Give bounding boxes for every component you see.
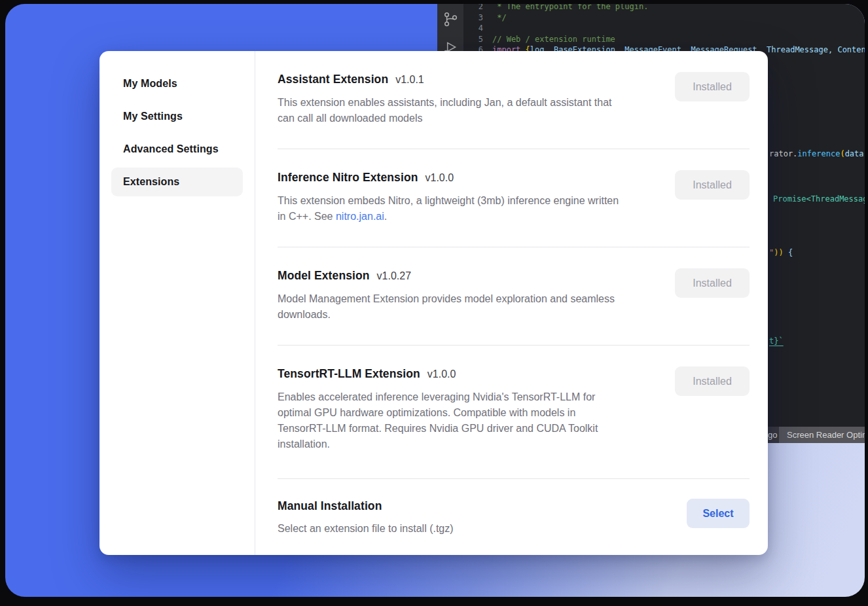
installed-button[interactable]: Installed <box>675 72 750 101</box>
extension-name: Manual Installation <box>278 497 382 514</box>
installed-button[interactable]: Installed <box>675 170 750 200</box>
extension-description: This extension enables assistants, inclu… <box>278 95 621 126</box>
extension-info: Model Extension v1.0.27 Model Management… <box>278 267 621 323</box>
installed-button[interactable]: Installed <box>675 268 750 298</box>
extension-description: Model Management Extension provides mode… <box>278 291 621 323</box>
code-fragment-brace: ")) { <box>769 248 793 257</box>
description-text: This extension embeds Nitro, a lightweig… <box>278 195 619 222</box>
code-text: */ <box>492 12 507 24</box>
extension-name: Inference Nitro Extension <box>278 169 418 186</box>
code-text: // Web / extension runtime <box>492 34 615 45</box>
select-file-button[interactable]: Select <box>687 499 750 528</box>
code-line: 2 * The entrypoint for the plugin. <box>463 4 865 12</box>
sidebar-item-advanced-settings[interactable]: Advanced Settings <box>111 135 243 164</box>
sidebar-item-my-settings[interactable]: My Settings <box>111 102 243 131</box>
extension-version: v1.0.27 <box>377 268 411 285</box>
code-fragment-template-end: t}` <box>769 336 784 346</box>
source-control-icon[interactable] <box>442 10 459 27</box>
extension-row-tensorrt-llm: TensortRT-LLM Extension v1.0.0 Enables a… <box>278 346 750 479</box>
extension-version: v1.0.1 <box>395 71 424 88</box>
settings-sidebar: My Models My Settings Advanced Settings … <box>99 51 255 555</box>
description-text: . <box>384 211 387 222</box>
extension-title: TensortRT-LLM Extension v1.0.0 <box>278 365 621 383</box>
line-number: 4 <box>463 23 492 34</box>
extension-description: Enables accelerated inference leveraging… <box>278 389 621 452</box>
code-fragment-inference: rator.inference(data)); <box>769 149 865 158</box>
code-editor-area: 2 * The entrypoint for the plugin. 3 */ … <box>463 4 865 56</box>
desktop-background: 2 * The entrypoint for the plugin. 3 */ … <box>5 4 865 597</box>
extension-title: Model Extension v1.0.27 <box>278 267 621 285</box>
code-line: 5 // Web / extension runtime <box>463 34 865 45</box>
code-fragment-promise: Promise<ThreadMessage> <box>773 194 865 204</box>
extension-row-inference-nitro: Inference Nitro Extension v1.0.0 This ex… <box>278 149 750 247</box>
extension-name: TensortRT-LLM Extension <box>278 365 420 382</box>
line-number: 2 <box>463 4 492 12</box>
extension-name: Model Extension <box>278 267 370 284</box>
code-text: * The entrypoint for the plugin. <box>492 4 648 12</box>
extension-title: Assistant Extension v1.0.1 <box>278 71 621 88</box>
extension-version: v1.0.0 <box>427 366 456 383</box>
extension-info: Assistant Extension v1.0.1 This extensio… <box>278 71 621 126</box>
extension-version: v1.0.0 <box>425 169 454 187</box>
settings-card: My Models My Settings Advanced Settings … <box>99 51 768 555</box>
extension-info: Inference Nitro Extension v1.0.0 This ex… <box>278 169 621 224</box>
extension-info: Manual Installation Select an extension … <box>278 497 454 537</box>
nitro-jan-ai-link[interactable]: nitro.jan.ai <box>336 211 384 222</box>
installed-button[interactable]: Installed <box>675 366 750 396</box>
extension-description: This extension embeds Nitro, a lightweig… <box>278 193 621 224</box>
extension-description: Select an extension file to install (.tg… <box>278 521 454 537</box>
code-line: 4 <box>463 23 865 34</box>
line-number: 5 <box>463 34 492 45</box>
sidebar-item-extensions[interactable]: Extensions <box>111 168 243 196</box>
line-number: 3 <box>463 12 492 24</box>
extension-row-model: Model Extension v1.0.27 Model Management… <box>278 247 750 346</box>
manual-installation-row: Manual Installation Select an extension … <box>278 479 750 537</box>
code-line: 3 */ <box>463 12 865 24</box>
screen-reader-optimized-badge[interactable]: Screen Reader Optimized <box>779 427 865 443</box>
extension-info: TensortRT-LLM Extension v1.0.0 Enables a… <box>278 365 621 452</box>
extensions-list: Assistant Extension v1.0.1 This extensio… <box>255 51 768 555</box>
extension-title: Inference Nitro Extension v1.0.0 <box>278 169 621 187</box>
extension-name: Assistant Extension <box>278 71 388 88</box>
sidebar-item-my-models[interactable]: My Models <box>111 69 243 98</box>
status-bar-text: go <box>768 430 777 440</box>
extension-title: Manual Installation <box>278 497 454 514</box>
extension-row-assistant: Assistant Extension v1.0.1 This extensio… <box>278 51 750 149</box>
